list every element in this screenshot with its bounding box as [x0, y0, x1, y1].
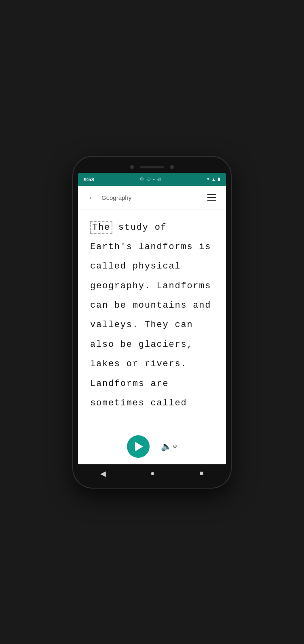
android-recents-icon: ■ — [199, 469, 204, 477]
back-button[interactable]: ← — [86, 191, 97, 204]
android-home-icon: ● — [150, 469, 155, 477]
speaker-icon: 🔈 — [161, 441, 172, 452]
gear-small-icon: ⚙ — [173, 443, 177, 449]
reading-content: The study of Earth's landforms is called… — [78, 210, 226, 430]
bottom-controls: 🔈 ⚙ — [78, 430, 226, 464]
back-icon: ← — [88, 193, 96, 202]
text-body: study of Earth's landforms is called phy… — [90, 222, 211, 409]
hamburger-line-1 — [207, 194, 216, 195]
shield-icon: 🛡 — [146, 177, 151, 182]
status-left: 9:58 — [84, 176, 94, 183]
camera-dot-right — [170, 165, 174, 169]
phone-frame: 9:58 ⚙ 🛡 ▪ ◎ ▾ ▲ ▮ ← Geo — [73, 157, 231, 488]
settings-icon: ⚙ — [140, 176, 144, 182]
audio-settings-button[interactable]: 🔈 ⚙ — [161, 441, 177, 452]
hamburger-line-3 — [207, 200, 216, 201]
nav-bar: ← Geography — [78, 186, 226, 210]
phone-screen: 9:58 ⚙ 🛡 ▪ ◎ ▾ ▲ ▮ ← Geo — [78, 162, 226, 483]
status-right: ▾ ▲ ▮ — [207, 176, 220, 182]
android-nav-bar: ◀ ● ■ — [78, 464, 226, 483]
nav-left: ← Geography — [86, 191, 131, 204]
status-icons: ⚙ 🛡 ▪ ◎ — [140, 176, 161, 182]
phone-top-bar — [78, 162, 226, 173]
hamburger-line-2 — [207, 197, 216, 198]
highlighted-word[interactable]: The — [90, 221, 112, 234]
play-icon — [135, 442, 143, 451]
wifi-icon: ▾ — [207, 176, 209, 182]
play-button[interactable] — [127, 435, 150, 458]
android-back-button[interactable]: ◀ — [97, 466, 109, 481]
speaker-grille — [140, 166, 164, 168]
android-back-icon: ◀ — [100, 470, 106, 478]
status-time: 9:58 — [84, 176, 94, 183]
sim-icon: ▪ — [153, 177, 155, 182]
status-bar: 9:58 ⚙ 🛡 ▪ ◎ ▾ ▲ ▮ — [78, 173, 226, 186]
camera-dot-left — [130, 165, 134, 169]
menu-button[interactable] — [206, 193, 218, 202]
reading-text: The study of Earth's landforms is called… — [90, 218, 214, 413]
nav-title: Geography — [101, 194, 131, 201]
cast-icon: ◎ — [157, 176, 161, 182]
app-content: ← Geography The study of Earth's landfor… — [78, 186, 226, 464]
signal-icon: ▲ — [211, 177, 216, 182]
battery-icon: ▮ — [218, 176, 220, 182]
android-recents-button[interactable]: ■ — [196, 466, 207, 481]
android-home-button[interactable]: ● — [147, 466, 158, 481]
